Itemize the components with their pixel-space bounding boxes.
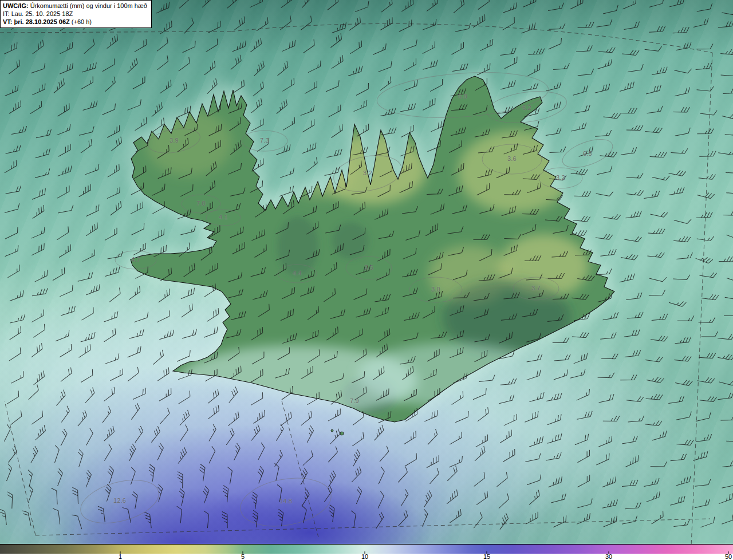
wind-barb bbox=[50, 267, 67, 280]
wind-barb bbox=[601, 500, 618, 508]
wind-barb bbox=[595, 130, 612, 136]
wind-barb bbox=[58, 285, 75, 297]
wind-barb bbox=[627, 64, 644, 72]
wind-barb bbox=[643, 478, 660, 487]
wind-barb bbox=[0, 424, 11, 441]
wind-barb bbox=[521, 0, 538, 7]
wind-barb bbox=[725, 129, 733, 136]
wind-barb bbox=[577, 69, 594, 76]
wind-barb bbox=[624, 350, 641, 357]
wind-barb bbox=[225, 467, 233, 484]
wind-barb bbox=[395, 467, 409, 483]
wind-barb bbox=[352, 100, 369, 112]
wind-barb bbox=[645, 126, 663, 133]
wind-barb bbox=[248, 392, 265, 405]
wind-barb bbox=[598, 372, 614, 378]
glacier bbox=[332, 222, 369, 259]
wind-barb bbox=[157, 80, 174, 93]
wind-barb bbox=[576, 45, 593, 52]
wind-barb bbox=[523, 512, 541, 524]
wind-barb bbox=[30, 324, 47, 338]
wind-barb bbox=[147, 426, 161, 442]
wind-barb bbox=[621, 516, 638, 524]
wind-barb bbox=[34, 148, 51, 157]
wind-barb bbox=[247, 424, 262, 440]
wind-barb bbox=[330, 22, 348, 33]
colorbar-gradient bbox=[0, 544, 733, 554]
wind-barb bbox=[7, 326, 23, 340]
wind-barb bbox=[202, 511, 209, 528]
wind-barb bbox=[596, 166, 613, 175]
graticule-line bbox=[282, 401, 318, 537]
wind-barb bbox=[649, 290, 665, 295]
wind-barb bbox=[201, 61, 218, 75]
wind-barb bbox=[574, 389, 592, 400]
wind-barb bbox=[697, 190, 714, 199]
wind-barb bbox=[471, 446, 487, 461]
wind-barb bbox=[127, 403, 141, 420]
wind-barb bbox=[647, 375, 664, 384]
wind-barb bbox=[7, 411, 23, 425]
wind-barb bbox=[718, 21, 733, 27]
wind-barb bbox=[626, 395, 644, 402]
wind-barb bbox=[320, 486, 334, 502]
wind-barb bbox=[547, 3, 565, 11]
wind-barb bbox=[55, 124, 72, 135]
wind-barb bbox=[77, 273, 94, 282]
wind-barb bbox=[572, 332, 589, 338]
wind-barb bbox=[423, 410, 440, 421]
wind-barb bbox=[352, 487, 362, 504]
wind-barb bbox=[420, 491, 434, 507]
graticule-line bbox=[36, 519, 710, 535]
wind-barb bbox=[722, 7, 733, 15]
wind-barb bbox=[79, 332, 96, 342]
wind-barb bbox=[128, 329, 145, 338]
wind-barb bbox=[576, 499, 593, 508]
wind-barb bbox=[248, 0, 265, 7]
wind-barb bbox=[224, 0, 240, 8]
wind-barb bbox=[101, 426, 116, 441]
wind-barb bbox=[696, 44, 713, 49]
wind-barb bbox=[272, 424, 285, 440]
wind-barb bbox=[717, 493, 733, 503]
wind-barb bbox=[277, 15, 293, 30]
wind-barb bbox=[676, 253, 693, 259]
wind-barb bbox=[178, 303, 195, 317]
wind-barb bbox=[695, 434, 712, 441]
wind-barb bbox=[502, 57, 519, 69]
wind-barb bbox=[176, 488, 185, 506]
wind-barb bbox=[675, 42, 692, 50]
wind-barb bbox=[495, 494, 511, 508]
wind-barb bbox=[396, 490, 409, 506]
wind-barb bbox=[103, 353, 120, 364]
wind-barb bbox=[30, 188, 48, 199]
wind-barb bbox=[30, 205, 46, 218]
wind-barb bbox=[452, 64, 469, 72]
wind-barb bbox=[454, 23, 471, 32]
wind-barb bbox=[123, 507, 131, 524]
wind-barb bbox=[648, 251, 665, 258]
wind-barb bbox=[105, 125, 122, 137]
wind-barb bbox=[280, 40, 297, 52]
wind-barb bbox=[199, 486, 210, 503]
wind-barb bbox=[229, 443, 241, 460]
wind-barb bbox=[695, 63, 712, 69]
wind-barb bbox=[104, 466, 115, 483]
wind-barb bbox=[101, 387, 117, 401]
offshore-island bbox=[331, 429, 333, 432]
graticule-line bbox=[0, 31, 231, 33]
wind-barb bbox=[649, 26, 665, 33]
wind-barb bbox=[697, 376, 715, 384]
wind-barb bbox=[22, 510, 31, 527]
wind-barb bbox=[668, 0, 685, 7]
wind-barb bbox=[178, 472, 183, 488]
wind-barb bbox=[125, 444, 137, 461]
wind-barb bbox=[274, 61, 290, 76]
wind-barb bbox=[179, 226, 196, 235]
wind-barb bbox=[596, 19, 613, 27]
wind-barb bbox=[454, 411, 471, 423]
wind-barb bbox=[72, 513, 82, 530]
wind-barb bbox=[326, 408, 343, 421]
wind-barb bbox=[621, 480, 639, 487]
wind-barb bbox=[108, 137, 124, 151]
